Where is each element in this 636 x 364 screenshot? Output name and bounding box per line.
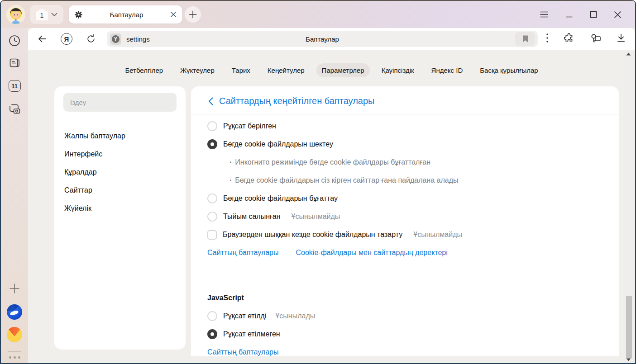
js-option-allowed[interactable]: Рұқсат етілді Ұсынылады	[207, 307, 603, 325]
notes-button[interactable]	[8, 57, 21, 70]
page-scrollbar[interactable]	[624, 50, 635, 363]
nav-history[interactable]: Тарих	[226, 63, 256, 77]
profile-avatar[interactable]	[6, 5, 25, 24]
left-sidebar-rail: 11	[1, 28, 28, 363]
tab-count-badge: 1	[36, 9, 48, 20]
settings-sidebar: Жалпы баптаулар Интерфейс Құралдар Сайтт…	[54, 86, 186, 350]
option-label: Рұқсат етілмеген	[223, 330, 280, 338]
new-tab-button[interactable]	[185, 6, 201, 23]
nav-other-devices[interactable]: Басқа құрылғылар	[474, 63, 543, 77]
tab-strip: 1 Баптаулар	[1, 1, 635, 28]
screenshot-icon	[8, 102, 21, 115]
option-label: Бөгде cookie файлдарын бұғаттау	[223, 194, 338, 203]
cookie-option-clear-on-exit[interactable]: Браузерден шыққан кезде cookie файлдарын…	[207, 226, 603, 244]
add-panel-button[interactable]	[8, 282, 21, 295]
extensions-icon	[564, 33, 574, 43]
cookie-links: Сайттың баптаулары Cookie-файлдары мен с…	[207, 244, 603, 262]
browser-window: 1 Баптаулар	[0, 0, 636, 364]
tab-counter-button[interactable]: 1	[30, 5, 63, 24]
tab-close-icon[interactable]	[170, 11, 177, 18]
cookie-option-allowed[interactable]: Рұқсат берілген	[207, 117, 603, 135]
tab-title: Баптаулар	[83, 11, 170, 19]
javascript-links: Сайттың баптаулары	[207, 343, 603, 356]
radio-button[interactable]	[207, 139, 217, 149]
sidebar-item-interface[interactable]: Интерфейс	[63, 145, 177, 163]
site-settings-link[interactable]: Сайттың баптаулары	[207, 348, 279, 356]
option-hint: Ұсынылмайды	[292, 213, 340, 221]
scroll-up-button[interactable]	[624, 52, 632, 56]
sidebar-item-system[interactable]: Жүйелік	[63, 199, 177, 217]
back-chevron-button[interactable]	[208, 97, 213, 105]
checkbox[interactable]	[207, 230, 217, 240]
download-icon	[616, 33, 626, 43]
yandex-mail-button[interactable]	[7, 327, 22, 342]
extensions-button[interactable]	[564, 33, 574, 45]
close-icon[interactable]	[614, 11, 622, 19]
bookmark-icon	[522, 35, 529, 43]
browser-menu-icon[interactable]	[540, 11, 549, 18]
screenshot-button[interactable]	[8, 102, 21, 115]
javascript-section-heading: JavaScript	[207, 289, 603, 307]
option-label: Браузерден шыққан кезде cookie файлдарын…	[223, 231, 402, 239]
chevron-down-icon	[51, 13, 57, 17]
nav-bookmarks[interactable]: Бетбелгілер	[120, 63, 168, 77]
scrollbar-thumb[interactable]	[626, 296, 632, 358]
radio-button[interactable]	[207, 212, 217, 222]
nav-security[interactable]: Қауіпсіздік	[376, 63, 420, 77]
page-title: Баптаулар	[107, 35, 538, 43]
history-button[interactable]	[8, 34, 21, 47]
yandex-disk-button[interactable]	[7, 304, 22, 320]
url-text: settings	[126, 35, 150, 43]
bookmark-button[interactable]	[515, 32, 535, 46]
browser-toolbar: Я Y settings Баптаулар	[28, 28, 635, 50]
cookie-option-block-third-party[interactable]: Бөгде cookie файлдарын бұғаттау	[207, 189, 603, 208]
rail-divider	[8, 351, 21, 352]
more-actions-button[interactable]	[546, 33, 549, 45]
page-heading: Сайттардың кеңейтілген баптаулары	[207, 86, 603, 114]
nav-yandex-id[interactable]: Яндекс ID	[426, 63, 469, 77]
radio-button[interactable]	[207, 194, 217, 203]
radio-button[interactable]	[207, 311, 217, 321]
radio-button[interactable]	[207, 121, 217, 131]
nav-settings[interactable]: Параметрлер	[316, 63, 370, 77]
gear-icon	[74, 10, 83, 19]
address-bar[interactable]: Y settings Баптаулар	[107, 31, 538, 47]
back-arrow-icon	[37, 34, 47, 43]
downloads-button[interactable]	[616, 33, 626, 45]
option-hint: Ұсынылмайды	[413, 231, 462, 239]
plus-icon	[9, 283, 20, 294]
site-settings-link[interactable]: Сайттың баптаулары	[207, 249, 279, 257]
reload-icon	[86, 34, 96, 44]
rail-more-button[interactable]	[9, 356, 20, 359]
cookie-option-forbidden[interactable]: Тыйым салынған Ұсынылмайды	[207, 208, 603, 226]
cookie-data-link[interactable]: Cookie-файлдары мен сайттардың деректері	[296, 249, 448, 257]
reload-button[interactable]	[83, 31, 99, 47]
option-label: Тыйым салынған	[223, 213, 281, 221]
yandex-logo-icon: Я	[61, 33, 72, 45]
javascript-options-group: Рұқсат етілді Ұсынылады Рұқсат етілмеген	[207, 307, 603, 343]
sidebar-item-sites[interactable]: Сайттар	[63, 181, 177, 199]
yandex-home-button[interactable]: Я	[59, 31, 74, 47]
minimize-icon[interactable]	[565, 11, 573, 19]
avatar-girl-icon	[6, 5, 25, 24]
radio-button[interactable]	[207, 329, 217, 339]
js-option-not-allowed[interactable]: Рұқсат етілмеген	[207, 325, 603, 343]
mail-flap	[7, 327, 22, 336]
settings-page: Бетбелгілер Жүктеулер Тарих Кеңейтулер П…	[28, 50, 635, 363]
maximize-icon[interactable]	[590, 11, 597, 18]
cookie-option-restrict-third-party[interactable]: Бөгде cookie файлдарын шектеу	[207, 135, 603, 153]
scroll-down-button[interactable]	[624, 358, 632, 361]
search-input[interactable]	[63, 93, 177, 112]
nav-downloads[interactable]: Жүктеулер	[175, 63, 220, 77]
settings-nav: Бетбелгілер Жүктеулер Тарих Кеңейтулер П…	[28, 50, 635, 77]
tab-settings[interactable]: Баптаулар	[69, 5, 182, 24]
sidebar-item-tools[interactable]: Құралдар	[63, 163, 177, 181]
passwords-button[interactable]	[589, 33, 601, 45]
page-heading-text: Сайттардың кеңейтілген баптаулары	[219, 96, 374, 106]
back-button[interactable]	[34, 31, 50, 47]
all-tabs-button[interactable]: 11	[8, 79, 21, 93]
sidebar-item-general[interactable]: Жалпы баптаулар	[63, 127, 177, 145]
nav-extensions[interactable]: Кеңейтулер	[262, 63, 310, 77]
window-controls	[540, 11, 626, 19]
toolbar-actions	[546, 33, 628, 45]
